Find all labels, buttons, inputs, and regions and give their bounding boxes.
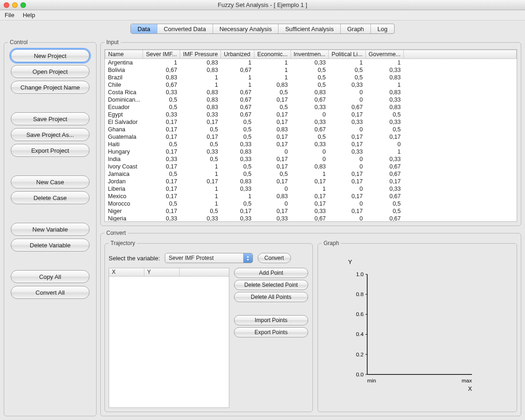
column-header[interactable]: Sever IMF... xyxy=(143,50,180,59)
cell-value[interactable]: 0,17 xyxy=(254,163,291,170)
tab-sufficient-analysis[interactable]: Sufficient Analysis xyxy=(279,24,341,33)
table-row[interactable]: Dominican...0,50,830,670,170,6700,33 xyxy=(105,96,517,103)
column-header[interactable]: Name xyxy=(105,50,143,59)
cell-value[interactable]: 0,5 xyxy=(180,126,221,133)
cell-value[interactable]: 0,33 xyxy=(221,155,254,163)
table-row[interactable]: Egypt0,330,330,670,1700,170,5 xyxy=(105,111,517,118)
cell-value[interactable]: 0,17 xyxy=(143,193,180,200)
cell-value[interactable]: 0,5 xyxy=(291,74,329,81)
cell-name[interactable]: India xyxy=(105,155,143,163)
cell-value[interactable]: 1 xyxy=(180,185,221,193)
cell-value[interactable]: 1 xyxy=(329,59,366,66)
cell-value[interactable]: 1 xyxy=(254,66,291,74)
data-table-scroll[interactable]: NameSever IMF...IMF PressureUrbanizedEco… xyxy=(104,49,517,222)
cell-value[interactable]: 0 xyxy=(329,185,366,193)
cell-value[interactable]: 0,17 xyxy=(329,178,366,185)
cell-value[interactable]: 0,17 xyxy=(143,133,180,141)
cell-value[interactable]: 1 xyxy=(180,170,221,178)
cell-value[interactable]: 0,17 xyxy=(143,185,180,193)
cell-value[interactable]: 1 xyxy=(291,185,329,193)
cell-value[interactable]: 0,33 xyxy=(221,215,254,222)
cell-value[interactable]: 0,5 xyxy=(221,133,254,141)
cell-value[interactable]: 0,83 xyxy=(254,81,291,89)
minimize-icon[interactable] xyxy=(12,2,18,8)
table-row[interactable]: Liberia0,1710,330100,33 xyxy=(105,185,517,193)
cell-value[interactable]: 0,33 xyxy=(291,207,329,215)
cell-value[interactable]: 0,67 xyxy=(291,215,329,222)
cell-value[interactable]: 0,5 xyxy=(221,118,254,126)
cell-value[interactable]: 0,17 xyxy=(254,178,291,185)
cell-value[interactable]: 0,67 xyxy=(366,215,404,222)
table-row[interactable]: Argentina10,83110,3311 xyxy=(105,59,517,66)
cell-name[interactable]: Ivory Coast xyxy=(105,163,143,170)
cell-value[interactable]: 0 xyxy=(291,155,329,163)
cell-value[interactable]: 0,83 xyxy=(366,74,404,81)
cell-value[interactable]: 0,33 xyxy=(366,185,404,193)
convert-button[interactable]: Convert xyxy=(258,253,291,263)
cell-value[interactable]: 0,17 xyxy=(221,207,254,215)
zoom-icon[interactable] xyxy=(20,2,26,8)
table-row[interactable]: Ivory Coast0,1710,50,170,8300,67 xyxy=(105,163,517,170)
cell-value[interactable]: 0,17 xyxy=(329,193,366,200)
cell-value[interactable]: 0,17 xyxy=(143,207,180,215)
cell-name[interactable]: Argentina xyxy=(105,59,143,66)
cell-value[interactable]: 0,17 xyxy=(329,170,366,178)
xy-points-table[interactable]: X Y xyxy=(109,268,229,408)
cell-value[interactable]: 0,5 xyxy=(366,126,404,133)
cell-value[interactable]: 0,33 xyxy=(180,148,221,155)
cell-name[interactable]: Jordan xyxy=(105,178,143,185)
column-header[interactable]: IMF Pressure xyxy=(180,50,221,59)
table-row[interactable]: Ghana0,170,50,50,830,6700,5 xyxy=(105,126,517,133)
cell-value[interactable]: 0,67 xyxy=(329,103,366,111)
cell-value[interactable]: 0,67 xyxy=(221,96,254,103)
cell-name[interactable]: Jamaica xyxy=(105,170,143,178)
cell-value[interactable]: 1 xyxy=(180,200,221,207)
open-project-button[interactable]: Open Project xyxy=(11,65,90,78)
tab-log[interactable]: Log xyxy=(371,24,394,33)
column-header[interactable]: Economic... xyxy=(254,50,291,59)
cell-value[interactable]: 0,5 xyxy=(221,126,254,133)
cell-value[interactable]: 1 xyxy=(180,193,221,200)
cell-value[interactable]: 0,33 xyxy=(366,96,404,103)
cell-value[interactable]: 0 xyxy=(329,200,366,207)
tab-graph[interactable]: Graph xyxy=(341,24,371,33)
cell-value[interactable]: 0,17 xyxy=(291,178,329,185)
cell-value[interactable]: 0,33 xyxy=(143,111,180,118)
table-row[interactable]: Bolivia0,670,830,6710,50,50,33 xyxy=(105,66,517,74)
cell-value[interactable]: 1 xyxy=(221,193,254,200)
cell-value[interactable]: 0,83 xyxy=(143,74,180,81)
table-row[interactable]: Guatemala0,170,170,50,170,50,170,17 xyxy=(105,133,517,141)
cell-value[interactable]: 0,83 xyxy=(180,66,221,74)
cell-value[interactable]: 0,17 xyxy=(180,178,221,185)
cell-value[interactable]: 0,17 xyxy=(254,155,291,163)
convert-all-button[interactable]: Convert All xyxy=(11,286,90,299)
cell-value[interactable]: 1 xyxy=(221,74,254,81)
table-row[interactable]: India0,330,50,330,17000,33 xyxy=(105,155,517,163)
table-row[interactable]: Brazil0,831110,50,50,83 xyxy=(105,74,517,81)
cell-value[interactable]: 0,5 xyxy=(254,170,291,178)
cell-name[interactable]: Chile xyxy=(105,81,143,89)
cell-value[interactable]: 0,17 xyxy=(366,178,404,185)
cell-value[interactable]: 0,33 xyxy=(221,185,254,193)
cell-value[interactable]: 0 xyxy=(254,200,291,207)
add-point-button[interactable]: Add Point xyxy=(234,268,308,278)
cell-value[interactable]: 0,5 xyxy=(180,207,221,215)
cell-value[interactable]: 0,17 xyxy=(329,133,366,141)
cell-value[interactable]: 0,67 xyxy=(366,170,404,178)
data-table[interactable]: NameSever IMF...IMF PressureUrbanizedEco… xyxy=(105,50,517,222)
change-project-name-button[interactable]: Change Project Name xyxy=(11,81,90,94)
cell-value[interactable]: 0,33 xyxy=(366,155,404,163)
cell-value[interactable]: 0,5 xyxy=(366,111,404,118)
cell-value[interactable]: 0,5 xyxy=(329,66,366,74)
cell-value[interactable]: 0,5 xyxy=(180,155,221,163)
cell-name[interactable]: Costa Rica xyxy=(105,89,143,96)
cell-value[interactable]: 0,83 xyxy=(180,59,221,66)
cell-value[interactable]: 0,17 xyxy=(291,193,329,200)
cell-value[interactable]: 0,33 xyxy=(180,215,221,222)
table-row[interactable]: Chile0,67110,830,50,331 xyxy=(105,81,517,89)
cell-value[interactable]: 0,17 xyxy=(366,133,404,141)
table-row[interactable]: Haiti0,50,50,330,170,330,170 xyxy=(105,141,517,148)
column-header[interactable]: Governme... xyxy=(366,50,404,59)
table-row[interactable]: Nigeria0,330,330,330,330,6700,67 xyxy=(105,215,517,222)
tab-data[interactable]: Data xyxy=(131,24,157,33)
